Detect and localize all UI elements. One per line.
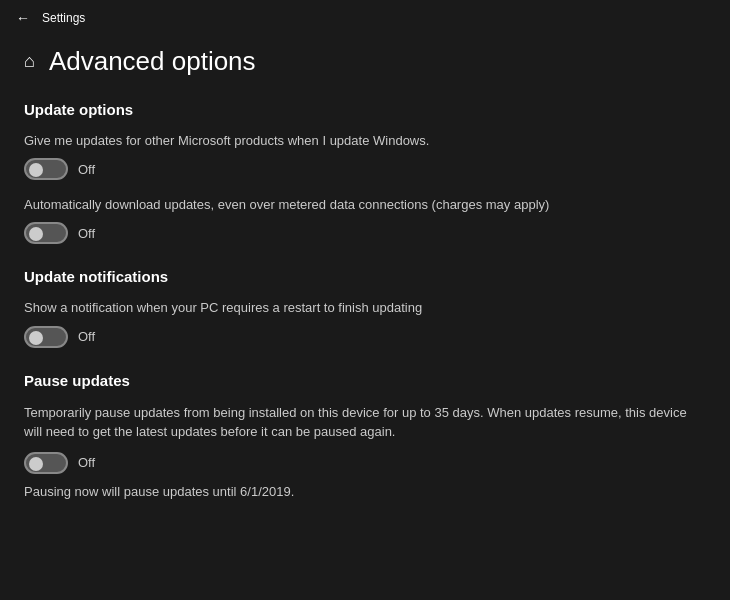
page-title: Advanced options — [49, 46, 256, 77]
section-pause-updates: Pause updates Temporarily pause updates … — [24, 372, 706, 499]
metered-updates-description: Automatically download updates, even ove… — [24, 196, 706, 214]
back-button[interactable]: ← — [16, 10, 30, 26]
microsoft-updates-toggle[interactable] — [24, 158, 68, 180]
setting-restart-notification: Show a notification when your PC require… — [24, 299, 706, 347]
pause-updates-row: Off — [24, 452, 706, 474]
microsoft-updates-row: Off — [24, 158, 706, 180]
window-title: Settings — [42, 11, 85, 25]
metered-updates-toggle[interactable] — [24, 222, 68, 244]
pause-updates-description: Temporarily pause updates from being ins… — [24, 403, 706, 442]
restart-notification-description: Show a notification when your PC require… — [24, 299, 706, 317]
home-icon: ⌂ — [24, 51, 35, 72]
title-bar: ← Settings — [0, 0, 730, 36]
microsoft-updates-description: Give me updates for other Microsoft prod… — [24, 132, 706, 150]
restart-notification-toggle[interactable] — [24, 326, 68, 348]
pause-updates-note: Pausing now will pause updates until 6/1… — [24, 484, 706, 499]
restart-notification-row: Off — [24, 326, 706, 348]
metered-updates-toggle-label: Off — [78, 226, 95, 241]
pause-updates-title: Pause updates — [24, 372, 706, 389]
microsoft-updates-toggle-label: Off — [78, 162, 95, 177]
metered-updates-row: Off — [24, 222, 706, 244]
pause-updates-toggle[interactable] — [24, 452, 68, 474]
section-update-options: Update options Give me updates for other… — [24, 101, 706, 244]
page-content: ⌂ Advanced options Update options Give m… — [0, 36, 730, 547]
setting-metered-updates: Automatically download updates, even ove… — [24, 196, 706, 244]
page-header: ⌂ Advanced options — [24, 46, 706, 77]
pause-updates-toggle-label: Off — [78, 455, 95, 470]
update-notifications-title: Update notifications — [24, 268, 706, 285]
update-options-title: Update options — [24, 101, 706, 118]
restart-notification-toggle-label: Off — [78, 329, 95, 344]
section-update-notifications: Update notifications Show a notification… — [24, 268, 706, 347]
setting-microsoft-updates: Give me updates for other Microsoft prod… — [24, 132, 706, 180]
